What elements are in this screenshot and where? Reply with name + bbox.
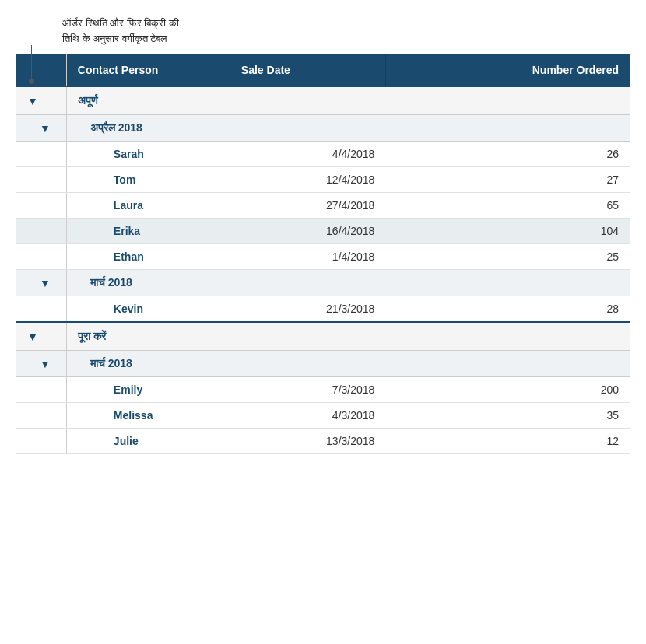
number-ordered-cell: 35 [385, 403, 630, 429]
row-index-cell [16, 296, 67, 323]
row-index-cell [16, 193, 67, 219]
table-row: Ethan 1/4/2018 25 [16, 244, 630, 270]
row-index-cell [16, 403, 67, 429]
number-ordered-cell: 27 [385, 167, 630, 193]
subgroup-label: अप्रैल 2018 [66, 115, 630, 142]
col-header-number-ordered: Number Ordered [385, 54, 630, 87]
table-body: ▼ अपूर्ण ▼ अप्रैल 2018 Sarah 4/4/2018 26… [16, 86, 630, 454]
table-row: Tom 12/4/2018 27 [16, 167, 630, 193]
table-row: Kevin 21/3/2018 28 [16, 296, 630, 323]
contact-person-cell: Kevin [66, 296, 230, 323]
sale-date-cell: 7/3/2018 [230, 377, 385, 403]
group-expand-icon[interactable]: ▼ [16, 86, 67, 115]
number-ordered-cell: 200 [385, 377, 630, 403]
table-row: Emily 7/3/2018 200 [16, 377, 630, 403]
subgroup-label: मार्च 2018 [66, 270, 630, 296]
table-header: Contact Person Sale Date Number Ordered [16, 54, 630, 87]
group-label: पूरा करें [66, 322, 630, 351]
row-index-cell [16, 167, 67, 193]
sale-date-cell: 21/3/2018 [230, 296, 385, 323]
number-ordered-cell: 12 [385, 429, 630, 454]
row-index-cell [16, 377, 67, 403]
table-row: Laura 27/4/2018 65 [16, 193, 630, 219]
row-index-cell [16, 244, 67, 270]
contact-person-cell: Emily [66, 377, 230, 403]
table-row: Melissa 4/3/2018 35 [16, 403, 630, 429]
subgroup-expand-icon[interactable]: ▼ [16, 115, 67, 142]
col-header-sale-date: Sale Date [230, 54, 385, 87]
subgroup-expand-icon[interactable]: ▼ [16, 351, 67, 377]
col-header-contact: Contact Person [66, 54, 230, 87]
sale-date-cell: 16/4/2018 [230, 219, 385, 244]
group-row[interactable]: ▼ अपूर्ण [16, 86, 630, 115]
number-ordered-cell: 65 [385, 193, 630, 219]
number-ordered-cell: 28 [385, 296, 630, 323]
group-label: अपूर्ण [66, 86, 630, 115]
contact-person-cell: Melissa [66, 403, 230, 429]
contact-person-cell: Erika [66, 219, 230, 244]
contact-person-cell: Tom [66, 167, 230, 193]
annotation-block: ऑर्डर स्थिति और फिर बिक्री की तिथि के अन… [62, 16, 630, 46]
subgroup-label: मार्च 2018 [66, 351, 630, 377]
table-row: Sarah 4/4/2018 26 [16, 142, 630, 167]
subgroup-row[interactable]: ▼ अप्रैल 2018 [16, 115, 630, 142]
table-row: Julie 13/3/2018 12 [16, 429, 630, 454]
number-ordered-cell: 26 [385, 142, 630, 167]
subgroup-row[interactable]: ▼ मार्च 2018 [16, 270, 630, 296]
table-row: Erika 16/4/2018 104 [16, 219, 630, 244]
group-row[interactable]: ▼ पूरा करें [16, 322, 630, 351]
group-expand-icon[interactable]: ▼ [16, 322, 67, 351]
annotation-text: ऑर्डर स्थिति और फिर बिक्री की तिथि के अन… [62, 16, 179, 46]
row-index-cell [16, 429, 67, 454]
row-index-cell [16, 219, 67, 244]
sale-date-cell: 13/3/2018 [230, 429, 385, 454]
row-index-cell [16, 142, 67, 167]
sale-date-cell: 4/3/2018 [230, 403, 385, 429]
sale-date-cell: 4/4/2018 [230, 142, 385, 167]
sale-date-cell: 1/4/2018 [230, 244, 385, 270]
contact-person-cell: Ethan [66, 244, 230, 270]
number-ordered-cell: 25 [385, 244, 630, 270]
sale-date-cell: 12/4/2018 [230, 167, 385, 193]
contact-person-cell: Laura [66, 193, 230, 219]
contact-person-cell: Sarah [66, 142, 230, 167]
col-header-index [16, 54, 67, 87]
annotation-line [31, 45, 32, 84]
subgroup-row[interactable]: ▼ मार्च 2018 [16, 351, 630, 377]
subgroup-expand-icon[interactable]: ▼ [16, 270, 67, 296]
main-table: Contact Person Sale Date Number Ordered … [16, 54, 630, 454]
contact-person-cell: Julie [66, 429, 230, 454]
number-ordered-cell: 104 [385, 219, 630, 244]
sale-date-cell: 27/4/2018 [230, 193, 385, 219]
